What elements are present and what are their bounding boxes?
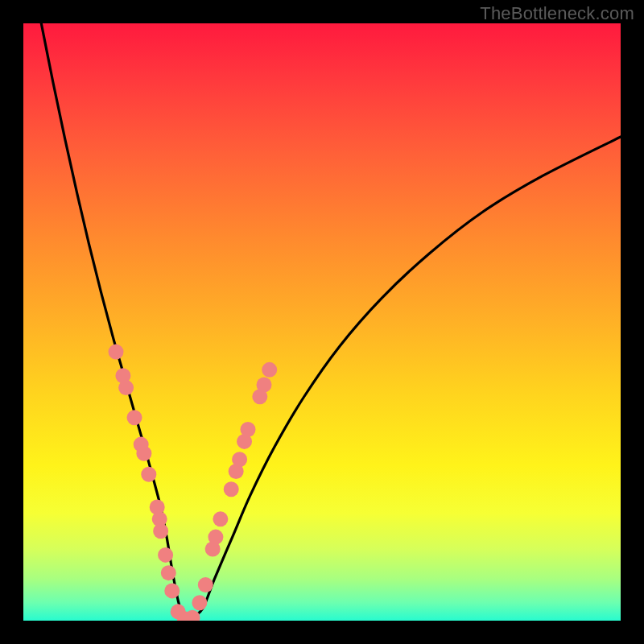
curve-marker — [198, 577, 213, 592]
chart-frame: TheBottleneck.com — [0, 0, 644, 644]
curve-marker — [208, 530, 223, 545]
plot-area — [23, 23, 621, 621]
watermark-text: TheBottleneck.com — [480, 3, 634, 24]
curve-marker — [232, 452, 247, 467]
curve-marker — [262, 362, 277, 378]
curve-markers-group — [109, 345, 278, 621]
bottleneck-curve-svg — [23, 23, 621, 621]
curve-marker — [158, 547, 173, 563]
curve-marker — [109, 345, 124, 360]
curve-marker — [192, 595, 207, 610]
curve-marker — [127, 410, 142, 425]
curve-marker — [213, 511, 228, 526]
curve-marker — [164, 583, 180, 598]
curve-marker — [136, 446, 151, 461]
curve-marker — [224, 481, 239, 497]
curve-marker — [257, 377, 272, 392]
bottleneck-curve-path — [41, 23, 621, 619]
curve-marker — [240, 422, 255, 437]
curve-marker — [161, 565, 176, 580]
curve-marker — [118, 380, 134, 395]
curve-marker — [153, 523, 168, 539]
curve-marker — [141, 467, 156, 482]
